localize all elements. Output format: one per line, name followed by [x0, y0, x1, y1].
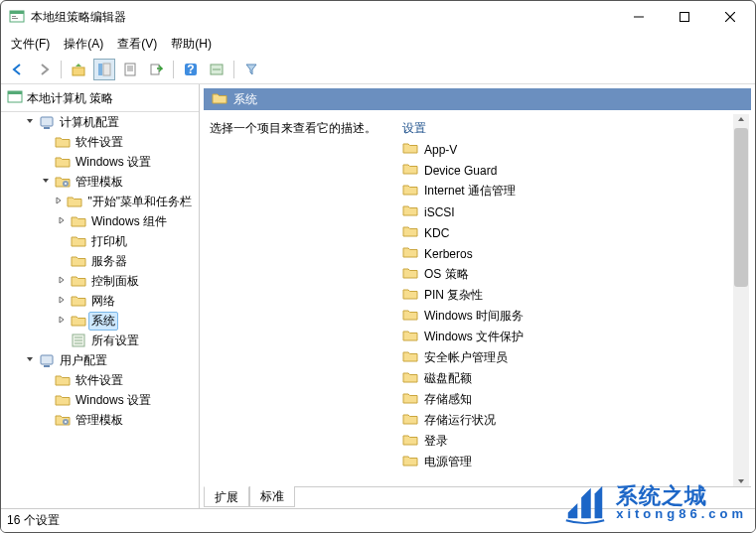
- menu-view[interactable]: 查看(V): [117, 36, 157, 53]
- minimize-button[interactable]: [616, 2, 662, 32]
- svg-rect-10: [103, 64, 110, 75]
- tree-node-computer[interactable]: 计算机配置: [1, 112, 199, 132]
- forward-button[interactable]: [33, 59, 55, 80]
- tree-node-u_adm[interactable]: 管理模板: [1, 410, 199, 430]
- tree-node-c_adm[interactable]: 管理模板: [1, 172, 199, 192]
- up-button[interactable]: [68, 59, 89, 80]
- expand-icon[interactable]: [55, 315, 69, 327]
- svg-rect-29: [41, 355, 53, 364]
- list-item[interactable]: 安全帐户管理员: [400, 347, 727, 368]
- status-text: 16 个设置: [7, 513, 60, 527]
- tree-root[interactable]: 本地计算机 策略: [1, 86, 199, 112]
- list-item[interactable]: Windows 时间服务: [400, 306, 727, 327]
- expand-icon[interactable]: [39, 176, 53, 188]
- options-button[interactable]: [206, 59, 227, 80]
- tree-node-c_all[interactable]: 所有设置: [1, 331, 199, 350]
- list-item[interactable]: 磁盘配额: [400, 368, 727, 389]
- properties-button[interactable]: [119, 59, 141, 80]
- folder-icon: [55, 134, 71, 150]
- scrollbar-thumb[interactable]: [734, 128, 748, 287]
- list-item[interactable]: Device Guard: [400, 160, 727, 181]
- close-button[interactable]: [707, 2, 753, 32]
- folder-icon: [402, 141, 418, 158]
- folder-icon: [55, 174, 71, 190]
- maximize-button[interactable]: [662, 2, 707, 32]
- list-item[interactable]: OS 策略: [400, 264, 727, 285]
- separator: [61, 61, 62, 78]
- list-item[interactable]: Windows 文件保护: [400, 327, 727, 347]
- tree-node-label: Windows 组件: [88, 212, 170, 231]
- tree-root-label: 本地计算机 策略: [27, 90, 113, 107]
- list-item[interactable]: 电源管理: [400, 452, 727, 472]
- list-item-label: Internet 通信管理: [424, 183, 516, 200]
- back-button[interactable]: [7, 59, 29, 80]
- tree-node-u_win[interactable]: Windows 设置: [1, 390, 199, 410]
- folder-icon: [402, 308, 418, 325]
- details-header-label: 系统: [233, 91, 257, 108]
- folder-icon: [402, 183, 418, 200]
- expand-icon[interactable]: [23, 354, 37, 366]
- scrollbar[interactable]: [733, 114, 749, 486]
- menu-help[interactable]: 帮助(H): [171, 36, 212, 53]
- expand-icon[interactable]: [52, 196, 65, 207]
- tab-standard[interactable]: 标准: [249, 486, 295, 507]
- list-item-label: 磁盘配额: [424, 370, 472, 387]
- list-item[interactable]: 存储运行状况: [400, 410, 727, 431]
- list-item[interactable]: App-V: [400, 139, 727, 160]
- tree-node-c_soft[interactable]: 软件设置: [1, 132, 199, 152]
- filter-button[interactable]: [240, 59, 262, 80]
- tree-node-c_net[interactable]: 网络: [1, 291, 199, 311]
- svg-rect-5: [680, 13, 689, 22]
- folder-icon: [55, 392, 71, 408]
- expand-icon[interactable]: [23, 116, 37, 128]
- menubar: 文件(F) 操作(A) 查看(V) 帮助(H): [1, 33, 755, 57]
- svg-rect-22: [44, 127, 50, 129]
- list-item[interactable]: 存储感知: [400, 389, 727, 410]
- folder-icon: [71, 253, 86, 269]
- list-item[interactable]: Internet 通信管理: [400, 181, 727, 201]
- item-list[interactable]: 设置App-VDevice GuardInternet 通信管理iSCSIKDC…: [398, 114, 729, 486]
- tree-node-c_wincomp[interactable]: Windows 组件: [1, 211, 199, 231]
- list-item[interactable]: Kerberos: [400, 243, 727, 264]
- list-item[interactable]: 登录: [400, 431, 727, 452]
- menu-action[interactable]: 操作(A): [64, 36, 103, 53]
- list-item[interactable]: iSCSI: [400, 201, 727, 222]
- tree-node-user[interactable]: 用户配置: [1, 350, 199, 370]
- folder-icon: [402, 162, 418, 179]
- tree-node-label: 所有设置: [88, 332, 142, 350]
- tab-extended[interactable]: 扩展: [204, 486, 249, 507]
- tree-node-label: 管理模板: [73, 411, 126, 430]
- separator: [173, 61, 174, 78]
- folder-icon: [402, 370, 418, 387]
- menu-file[interactable]: 文件(F): [11, 36, 50, 53]
- tree-node-label: 服务器: [88, 252, 130, 271]
- export-button[interactable]: [145, 59, 167, 80]
- svg-rect-3: [12, 18, 18, 19]
- folder-icon: [71, 293, 86, 309]
- tree-node-label: 系统: [88, 312, 118, 331]
- show-tree-button[interactable]: [93, 59, 115, 80]
- expand-icon[interactable]: [55, 215, 69, 227]
- details-tabs: 扩展 标准: [204, 486, 751, 508]
- scroll-up-icon[interactable]: [736, 114, 746, 124]
- scroll-down-icon[interactable]: [736, 476, 746, 486]
- expand-icon[interactable]: [55, 295, 69, 307]
- folder-icon: [39, 114, 55, 130]
- tree-panel[interactable]: 本地计算机 策略 计算机配置软件设置Windows 设置管理模板"开始"菜单和任…: [1, 84, 200, 508]
- tree-node-c_sys[interactable]: 系统: [1, 311, 199, 331]
- tree-node-c_start[interactable]: "开始"菜单和任务栏: [1, 192, 199, 211]
- help-button[interactable]: ?: [180, 59, 202, 80]
- tree-node-label: 用户配置: [57, 351, 110, 370]
- folder-icon: [55, 372, 71, 388]
- tree-node-u_soft[interactable]: 软件设置: [1, 370, 199, 390]
- list-item[interactable]: PIN 复杂性: [400, 285, 727, 306]
- separator: [233, 61, 234, 78]
- svg-rect-8: [73, 67, 84, 75]
- toolbar: ?: [1, 57, 755, 84]
- tree-node-c_win[interactable]: Windows 设置: [1, 152, 199, 172]
- list-item[interactable]: KDC: [400, 222, 727, 243]
- tree-node-c_printer[interactable]: 打印机: [1, 231, 199, 251]
- tree-node-c_ctrl[interactable]: 控制面板: [1, 271, 199, 291]
- tree-node-c_server[interactable]: 服务器: [1, 251, 199, 271]
- expand-icon[interactable]: [55, 275, 69, 287]
